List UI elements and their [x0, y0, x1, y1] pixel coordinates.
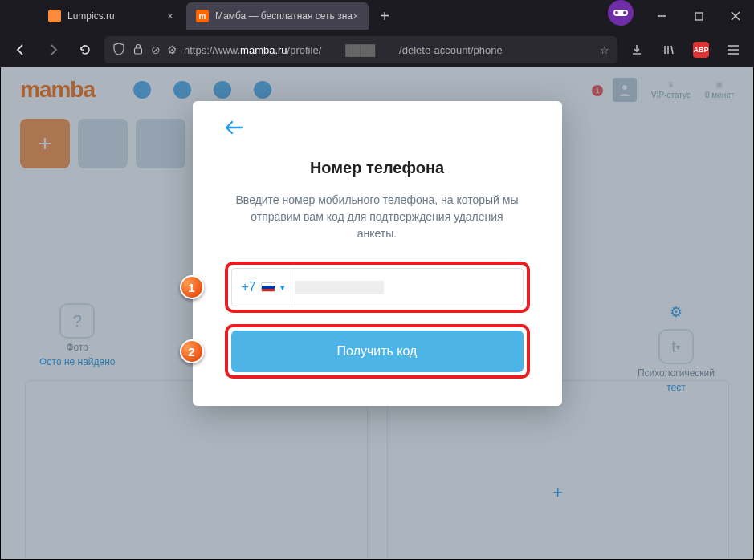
library-icon[interactable] [656, 37, 682, 63]
favicon-icon [48, 10, 61, 22]
maximize-button[interactable] [680, 0, 717, 32]
lock-icon [132, 43, 145, 57]
abp-icon[interactable]: ABP [688, 37, 714, 63]
favicon-icon: m [196, 10, 209, 22]
annotation-highlight: Получить код [225, 324, 530, 379]
url-text: https://www.mamba.ru/profile/████/delete… [184, 44, 593, 56]
annotation-marker-1: 1 [180, 275, 204, 299]
close-icon[interactable]: × [167, 10, 173, 22]
menu-icon[interactable] [720, 37, 746, 63]
new-tab-button[interactable]: + [372, 7, 397, 26]
modal-title: Номер телефона [225, 159, 530, 177]
svg-rect-4 [135, 48, 142, 54]
phone-field-row: 1 +7 ▾ [225, 262, 530, 313]
svg-rect-1 [695, 13, 703, 20]
browser-tab[interactable]: Lumpics.ru × [39, 2, 183, 30]
page-content: mamba 1 ♛ VIP-статус ▣ 0 монет [0, 67, 754, 560]
window-controls [608, 0, 754, 32]
browser-toolbar: ⊘ ⚙ https://www.mamba.ru/profile/████/de… [0, 32, 754, 67]
modal-description: Введите номер мобильного телефона, на ко… [225, 192, 530, 242]
country-code: +7 [242, 280, 256, 294]
annotation-highlight: +7 ▾ [225, 262, 530, 313]
tracking-icon: ⚙ [167, 43, 177, 56]
browser-titlebar: Lumpics.ru × m Мамба — бесплатная сеть з… [0, 0, 754, 32]
back-button[interactable] [8, 37, 34, 63]
browser-tab[interactable]: m Мамба — бесплатная сеть зна × [186, 2, 369, 30]
submit-row: 2 Получить код [225, 324, 530, 379]
chevron-down-icon: ▾ [280, 282, 285, 293]
reload-button[interactable] [72, 37, 98, 63]
tab-label: Мамба — бесплатная сеть зна [215, 10, 353, 22]
country-code-selector[interactable]: +7 ▾ [232, 269, 295, 306]
privacy-mask-icon [608, 0, 634, 26]
annotation-marker-2: 2 [180, 339, 204, 363]
close-button[interactable] [717, 0, 754, 32]
get-code-button[interactable]: Получить код [231, 331, 524, 372]
flag-ru-icon [261, 282, 275, 292]
shield-icon [112, 43, 125, 58]
downloads-icon[interactable] [624, 37, 650, 63]
bookmark-star-icon[interactable]: ☆ [600, 44, 609, 56]
tab-label: Lumpics.ru [67, 10, 115, 22]
url-bar[interactable]: ⊘ ⚙ https://www.mamba.ru/profile/████/de… [104, 36, 617, 63]
phone-field[interactable]: +7 ▾ [231, 268, 524, 306]
browser-tabs: Lumpics.ru × m Мамба — бесплатная сеть з… [0, 0, 397, 32]
forward-button[interactable] [40, 37, 66, 63]
phone-modal: Номер телефона Введите номер мобильного … [193, 101, 562, 406]
minimize-button[interactable] [643, 0, 680, 32]
permissions-icon: ⊘ [151, 43, 161, 56]
phone-input[interactable] [295, 281, 523, 294]
close-icon[interactable]: × [353, 10, 359, 22]
back-arrow-icon[interactable] [225, 119, 530, 140]
